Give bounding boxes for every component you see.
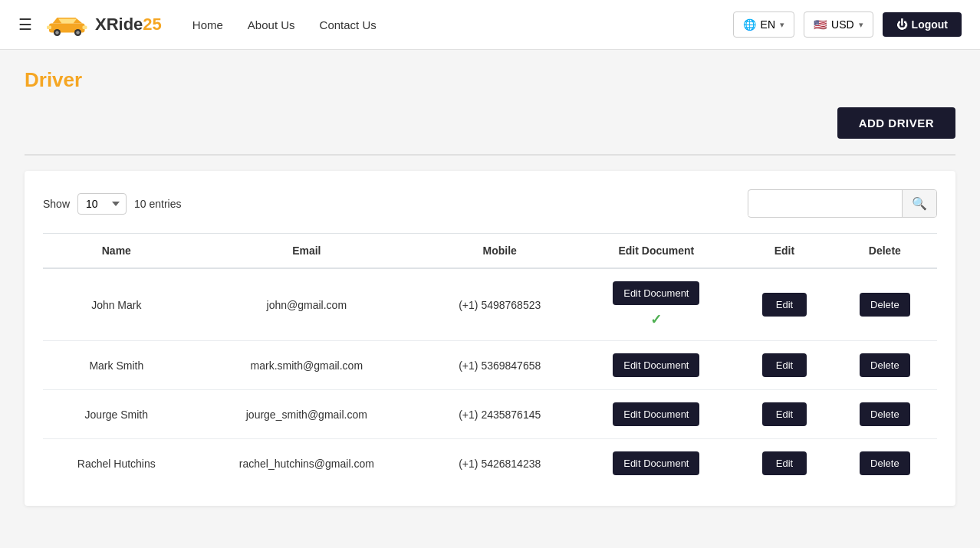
table-row: Jourge Smith jourge_smith@gmail.com (+1)… (43, 390, 937, 439)
currency-chevron-icon: ▾ (859, 20, 863, 30)
nav-home[interactable]: Home (192, 18, 223, 31)
table-row: Mark Smith mark.smith@gmail.com (+1) 536… (43, 341, 937, 390)
svg-rect-5 (47, 26, 51, 30)
main-content: Driver ADD DRIVER Show 10 25 50 100 10 e… (0, 50, 980, 524)
edit-document-button[interactable]: Edit Document (613, 281, 699, 305)
edit-document-button[interactable]: Edit Document (613, 402, 699, 426)
page-title: Driver (25, 68, 955, 92)
col-edit-document: Edit Document (576, 234, 736, 269)
cell-mobile: (+1) 2435876145 (423, 390, 576, 439)
cell-edit: Edit (736, 439, 832, 488)
cell-delete: Delete (833, 341, 937, 390)
hamburger-icon[interactable]: ☰ (18, 15, 32, 34)
cell-edit: Edit (736, 341, 832, 390)
cell-name: Mark Smith (43, 341, 190, 390)
col-email: Email (190, 234, 423, 269)
cell-name: John Mark (43, 268, 190, 341)
cell-delete: Delete (833, 268, 937, 341)
show-entries-control: Show 10 25 50 100 10 entries (43, 193, 182, 215)
table-header-row: Name Email Mobile Edit Document Edit Del… (43, 234, 937, 269)
col-mobile: Mobile (423, 234, 576, 269)
cell-mobile: (+1) 5498768523 (423, 268, 576, 341)
cell-delete: Delete (833, 390, 937, 439)
currency-selector[interactable]: 🇺🇸 USD ▾ (804, 11, 873, 38)
cell-edit-doc: Edit Document (576, 390, 736, 439)
show-label: Show (43, 198, 70, 210)
toolbar: ADD DRIVER (25, 107, 955, 156)
nav-about[interactable]: About Us (248, 18, 295, 31)
search-box: 🔍 (748, 189, 937, 218)
cell-mobile: (+1) 5369847658 (423, 341, 576, 390)
table-controls: Show 10 25 50 100 10 entries 🔍 (43, 189, 937, 218)
cell-name: Jourge Smith (43, 390, 190, 439)
table-row: Rachel Hutchins rachel_hutchins@gmail.co… (43, 439, 937, 488)
delete-button[interactable]: Delete (860, 451, 910, 475)
nav: Home About Us Contact Us (192, 18, 733, 31)
header: ☰ XRide25 Home About Us Contact Us 🌐 EN … (0, 0, 980, 50)
edit-button[interactable]: Edit (762, 451, 807, 475)
cell-edit: Edit (736, 268, 832, 341)
currency-label: USD (831, 18, 854, 31)
edit-document-button[interactable]: Edit Document (613, 451, 699, 475)
table-section: Show 10 25 50 100 10 entries 🔍 Name (25, 171, 955, 506)
logo-car-icon (44, 11, 90, 38)
logo: XRide25 (44, 11, 162, 38)
check-icon: ✓ (650, 311, 662, 328)
nav-contact[interactable]: Contact Us (320, 18, 377, 31)
svg-point-4 (76, 31, 80, 34)
delete-button[interactable]: Delete (860, 293, 910, 317)
power-icon: ⏻ (896, 18, 907, 31)
header-actions: 🌐 EN ▾ 🇺🇸 USD ▾ ⏻ Logout (733, 11, 962, 38)
cell-name: Rachel Hutchins (43, 439, 190, 488)
col-delete: Delete (833, 234, 937, 269)
entries-label: 10 entries (134, 198, 181, 210)
cell-delete: Delete (833, 439, 937, 488)
currency-flag-icon: 🇺🇸 (814, 18, 827, 31)
col-name: Name (43, 234, 190, 269)
search-button[interactable]: 🔍 (902, 190, 936, 217)
svg-rect-6 (83, 26, 87, 30)
cell-edit-doc: Edit Document ✓ (576, 268, 736, 341)
col-edit: Edit (736, 234, 832, 269)
lang-label: EN (761, 18, 775, 31)
lang-flag-icon: 🌐 (743, 18, 756, 31)
data-table: Name Email Mobile Edit Document Edit Del… (43, 233, 937, 487)
svg-point-2 (55, 31, 59, 34)
cell-edit-doc: Edit Document (576, 341, 736, 390)
cell-edit-doc: Edit Document (576, 439, 736, 488)
cell-email: john@gmail.com (190, 268, 423, 341)
logout-button[interactable]: ⏻ Logout (883, 12, 962, 37)
cell-email: mark.smith@gmail.com (190, 341, 423, 390)
edit-button[interactable]: Edit (762, 293, 807, 317)
delete-button[interactable]: Delete (860, 353, 910, 377)
lang-chevron-icon: ▾ (780, 20, 784, 30)
language-selector[interactable]: 🌐 EN ▾ (733, 11, 794, 38)
entries-select[interactable]: 10 25 50 100 (77, 193, 127, 215)
add-driver-button[interactable]: ADD DRIVER (837, 107, 955, 139)
cell-mobile: (+1) 5426814238 (423, 439, 576, 488)
cell-email: rachel_hutchins@gmail.com (190, 439, 423, 488)
cell-email: jourge_smith@gmail.com (190, 390, 423, 439)
search-input[interactable] (748, 192, 902, 216)
logo-text: XRide25 (95, 15, 162, 34)
search-icon: 🔍 (912, 197, 927, 210)
edit-button[interactable]: Edit (762, 402, 807, 426)
table-row: John Mark john@gmail.com (+1) 5498768523… (43, 268, 937, 341)
cell-edit: Edit (736, 390, 832, 439)
delete-button[interactable]: Delete (860, 402, 910, 426)
edit-button[interactable]: Edit (762, 353, 807, 377)
edit-document-button[interactable]: Edit Document (613, 353, 699, 377)
